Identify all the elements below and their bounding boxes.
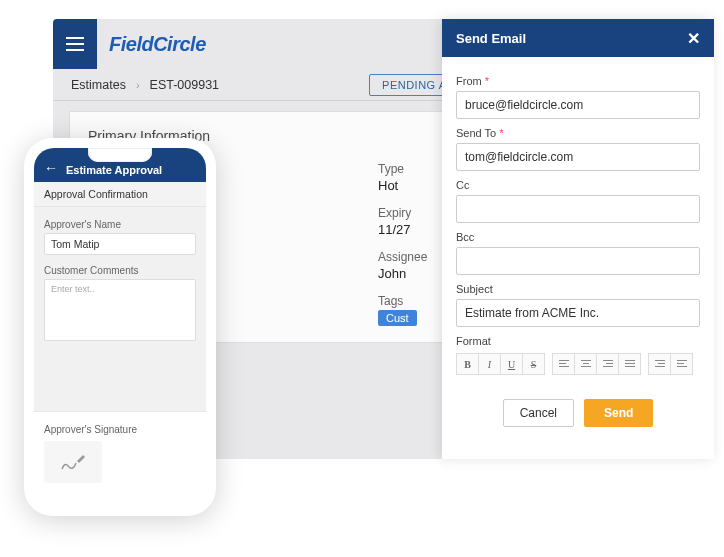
comments-input[interactable]: Enter text.. — [44, 279, 196, 341]
cc-input[interactable] — [456, 195, 700, 223]
menu-button[interactable] — [53, 19, 97, 69]
from-label: From * — [456, 75, 700, 87]
back-icon[interactable]: ← — [44, 160, 58, 176]
italic-button[interactable]: I — [478, 353, 501, 375]
cancel-button[interactable]: Cancel — [503, 399, 574, 427]
phone-mockup: ← Estimate Approval Approval Confirmatio… — [24, 138, 216, 516]
bcc-label: Bcc — [456, 231, 700, 243]
send-button[interactable]: Send — [584, 399, 653, 427]
phone-section-title: Approval Confirmation — [34, 182, 206, 207]
tag-chip[interactable]: Cust — [378, 310, 417, 326]
approver-input[interactable] — [44, 233, 196, 255]
signature-icon — [59, 451, 87, 473]
close-icon[interactable]: ✕ — [687, 29, 700, 48]
sendto-label: Send To * — [456, 127, 700, 139]
subject-label: Subject — [456, 283, 700, 295]
format-label: Format — [456, 335, 700, 347]
panel-title: Send Email — [456, 31, 526, 46]
cc-label: Cc — [456, 179, 700, 191]
signature-box[interactable] — [44, 441, 102, 483]
strike-button[interactable]: S — [522, 353, 545, 375]
phone-screen: ← Estimate Approval Approval Confirmatio… — [34, 148, 206, 506]
phone-title: Estimate Approval — [66, 164, 162, 176]
phone-notch — [88, 148, 152, 162]
panel-header: Send Email ✕ — [442, 19, 714, 57]
sendto-input[interactable] — [456, 143, 700, 171]
subject-input[interactable] — [456, 299, 700, 327]
comments-label: Customer Comments — [44, 265, 196, 276]
send-email-panel: Send Email ✕ From * Send To * Cc Bcc Sub… — [442, 19, 714, 459]
format-toolbar: B I U S — [456, 353, 700, 375]
align-right-button[interactable] — [596, 353, 619, 375]
align-left-button[interactable] — [552, 353, 575, 375]
chevron-right-icon: › — [136, 79, 140, 91]
hamburger-icon — [66, 37, 84, 51]
signature-label: Approver's Signature — [44, 424, 196, 435]
breadcrumb-id: EST-009931 — [150, 78, 220, 92]
from-input[interactable] — [456, 91, 700, 119]
logo: FieldCircle — [109, 33, 206, 56]
indent-button[interactable] — [670, 353, 693, 375]
outdent-button[interactable] — [648, 353, 671, 375]
breadcrumb-root[interactable]: Estimates — [71, 78, 126, 92]
align-justify-button[interactable] — [618, 353, 641, 375]
approver-label: Approver's Name — [44, 219, 196, 230]
underline-button[interactable]: U — [500, 353, 523, 375]
align-center-button[interactable] — [574, 353, 597, 375]
bcc-input[interactable] — [456, 247, 700, 275]
bold-button[interactable]: B — [456, 353, 479, 375]
